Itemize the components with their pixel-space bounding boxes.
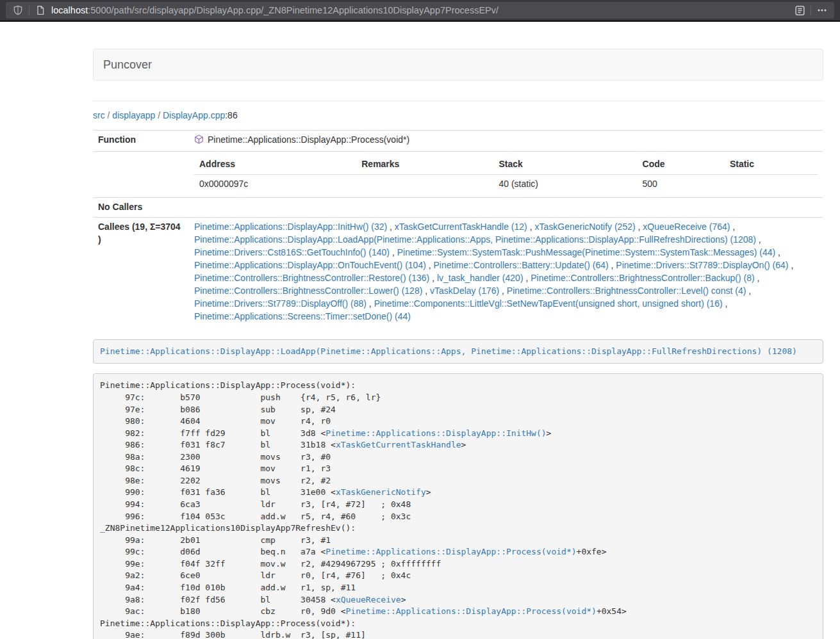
reader-mode-icon[interactable] bbox=[793, 4, 806, 17]
navbar: Puncover bbox=[93, 49, 823, 81]
stats-header-row: Address Remarks Stack Code Static bbox=[194, 155, 818, 174]
table-row-callees: Callees (19, Σ=3704 ) Pinetime::Applicat… bbox=[93, 217, 823, 326]
page-content: Puncover src / displayapp / DisplayApp.c… bbox=[93, 49, 823, 639]
callees-separator: , bbox=[527, 222, 535, 232]
table-row-stats: Address Remarks Stack Code Static 0x0000… bbox=[93, 151, 823, 197]
callees-separator: , bbox=[387, 222, 395, 232]
callees-separator: , bbox=[390, 247, 397, 257]
callees-list: Pinetime::Applications::DisplayApp::Init… bbox=[189, 217, 823, 326]
callees-label: Callees (19, Σ=3704 ) bbox=[93, 217, 189, 326]
callee-link[interactable]: Pinetime::Controllers::BrightnessControl… bbox=[194, 273, 429, 283]
breadcrumb-separator: / bbox=[158, 110, 160, 120]
col-static: Static bbox=[725, 155, 818, 174]
stats-row-label bbox=[93, 151, 189, 197]
callee-link[interactable]: Pinetime::Controllers::Battery::Update()… bbox=[434, 260, 609, 270]
col-stack: Stack bbox=[494, 155, 638, 174]
url-bar[interactable]: localhost:5000/path/src/displayapp/Displ… bbox=[6, 2, 834, 19]
table-row-function: Function Pinetime::Applications::Display… bbox=[93, 131, 823, 152]
callee-link[interactable]: Pinetime::Applications::DisplayApp::OnTo… bbox=[194, 260, 426, 270]
callee-link[interactable]: Pinetime::System::SystemTask::PushMessag… bbox=[397, 247, 776, 257]
callees-separator: , bbox=[366, 298, 374, 309]
asm-symbol-link[interactable]: xTaskGetCurrentTaskHandle bbox=[336, 440, 461, 449]
col-code: Code bbox=[638, 155, 725, 174]
callee-link[interactable]: Pinetime::Applications::DisplayApp::Load… bbox=[194, 234, 756, 245]
callee-link[interactable]: xTaskGenericNotify (252) bbox=[534, 222, 635, 232]
page-actions-menu-icon[interactable] bbox=[816, 4, 828, 17]
function-label: Function bbox=[93, 131, 189, 152]
callee-link[interactable]: Pinetime::Drivers::St7789::DisplayOff() … bbox=[194, 298, 366, 309]
breadcrumb-line-number: :86 bbox=[225, 110, 237, 120]
url-path: :5000/path/src/displayapp/DisplayApp.cpp… bbox=[88, 5, 498, 15]
callees-separator: , bbox=[429, 273, 437, 283]
callees-separator: , bbox=[746, 286, 751, 296]
callees-separator: , bbox=[756, 234, 761, 245]
context-snippet: Pinetime::Applications::DisplayApp::Load… bbox=[93, 339, 823, 364]
function-table: Function Pinetime::Applications::Display… bbox=[93, 130, 823, 327]
callee-link[interactable]: Pinetime::Applications::DisplayApp::Init… bbox=[194, 222, 387, 232]
function-name-cell: Pinetime::Applications::DisplayApp::Proc… bbox=[189, 131, 823, 152]
callees-separator: , bbox=[775, 247, 780, 257]
callee-link[interactable]: lv_task_handler (420) bbox=[437, 273, 523, 283]
breadcrumb-link-displayapp[interactable]: displayapp bbox=[112, 110, 155, 120]
callees-separator: , bbox=[426, 260, 434, 270]
stack-value: 40 (static) bbox=[494, 174, 638, 193]
callee-link[interactable]: Pinetime::Applications::Screens::Timer::… bbox=[194, 311, 411, 321]
url-host: localhost bbox=[51, 5, 88, 15]
callees-separator: , bbox=[789, 260, 794, 270]
callees-separator: , bbox=[723, 298, 728, 309]
callees-separator: , bbox=[755, 273, 760, 283]
urlbar-divider-right bbox=[811, 6, 811, 15]
asm-symbol-link[interactable]: xTaskGenericNotify bbox=[336, 487, 426, 497]
callees-separator: , bbox=[422, 286, 430, 296]
url-text[interactable]: localhost:5000/path/src/displayapp/Displ… bbox=[51, 5, 793, 15]
callers-cell bbox=[189, 197, 823, 217]
browser-toolbar: localhost:5000/path/src/displayapp/Displ… bbox=[0, 0, 840, 22]
remarks-value bbox=[356, 174, 493, 193]
urlbar-divider bbox=[29, 6, 29, 15]
static-value bbox=[725, 174, 818, 193]
asm-symbol-link[interactable]: Pinetime::Applications::DisplayApp::Proc… bbox=[325, 547, 576, 556]
breadcrumb-link-file[interactable]: DisplayApp.cpp bbox=[163, 110, 225, 120]
package-icon bbox=[194, 134, 204, 148]
callees-separator: , bbox=[636, 222, 643, 232]
callee-link[interactable]: vTaskDelay (176) bbox=[430, 286, 499, 296]
shield-icon[interactable] bbox=[12, 4, 24, 17]
asm-symbol-link[interactable]: Pinetime::Applications::DisplayApp::Proc… bbox=[346, 606, 597, 616]
callees-separator: , bbox=[523, 273, 531, 283]
callees-separator: , bbox=[730, 222, 735, 232]
code-value: 500 bbox=[638, 174, 725, 193]
callee-link[interactable]: Pinetime::Components::LittleVgl::SetNewT… bbox=[374, 298, 723, 309]
disassembly-pre: Pinetime::Applications::DisplayApp::Proc… bbox=[93, 373, 823, 639]
callee-link[interactable]: Pinetime::Controllers::BrightnessControl… bbox=[507, 286, 746, 296]
col-remarks: Remarks bbox=[356, 155, 493, 174]
callee-link[interactable]: Pinetime::Controllers::BrightnessControl… bbox=[194, 286, 422, 296]
callees-separator: , bbox=[609, 260, 616, 270]
stats-table: Address Remarks Stack Code Static 0x0000… bbox=[194, 155, 818, 194]
function-name: Pinetime::Applications::DisplayApp::Proc… bbox=[208, 134, 409, 145]
breadcrumb: src / displayapp / DisplayApp.cpp:86 bbox=[93, 110, 823, 120]
divider bbox=[93, 101, 823, 101]
callee-link[interactable]: xTaskGetCurrentTaskHandle (12) bbox=[395, 222, 527, 232]
callee-link[interactable]: Pinetime::Drivers::Cst816S::GetTouchInfo… bbox=[194, 247, 390, 257]
col-address: Address bbox=[194, 155, 356, 174]
page-icon[interactable] bbox=[34, 4, 47, 17]
callee-link[interactable]: xQueueReceive (764) bbox=[643, 222, 730, 232]
snippet-symbol-link[interactable]: Pinetime::Applications::DisplayApp::Load… bbox=[100, 346, 797, 356]
stats-value-row: 0x0000097c 40 (static) 500 bbox=[194, 174, 818, 193]
brand-link[interactable]: Puncover bbox=[94, 58, 161, 72]
asm-symbol-link[interactable]: Pinetime::Applications::DisplayApp::Init… bbox=[325, 428, 546, 438]
callee-link[interactable]: Pinetime::Controllers::BrightnessControl… bbox=[531, 273, 754, 283]
asm-symbol-link[interactable]: xQueueReceive bbox=[336, 595, 401, 604]
stats-cell: Address Remarks Stack Code Static 0x0000… bbox=[189, 151, 823, 197]
no-callers-label: No Callers bbox=[93, 197, 189, 217]
breadcrumb-separator: / bbox=[108, 110, 110, 120]
callee-link[interactable]: Pinetime::Drivers::St7789::DisplayOn() (… bbox=[616, 260, 788, 270]
address-value: 0x0000097c bbox=[194, 174, 356, 193]
callees-separator: , bbox=[499, 286, 507, 296]
table-row-no-callers: No Callers bbox=[93, 197, 823, 217]
breadcrumb-link-src[interactable]: src bbox=[93, 110, 105, 120]
